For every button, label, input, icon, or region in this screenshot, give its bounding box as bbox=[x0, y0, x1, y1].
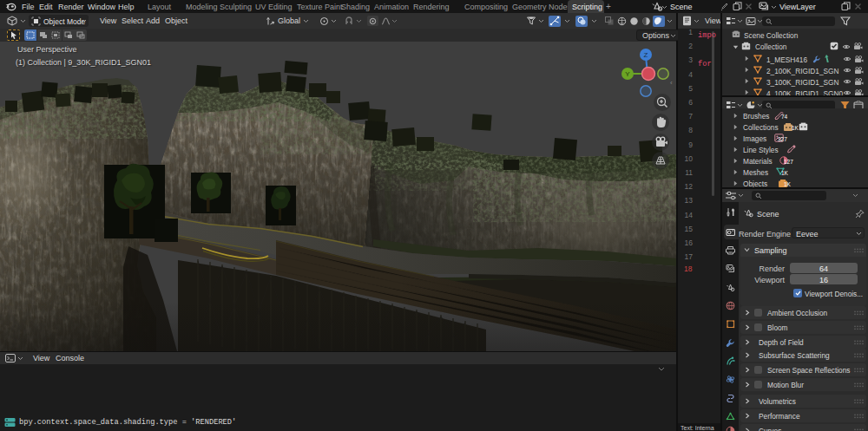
svg-text:Z: Z bbox=[644, 51, 648, 59]
svg-text:Y: Y bbox=[625, 70, 630, 78]
